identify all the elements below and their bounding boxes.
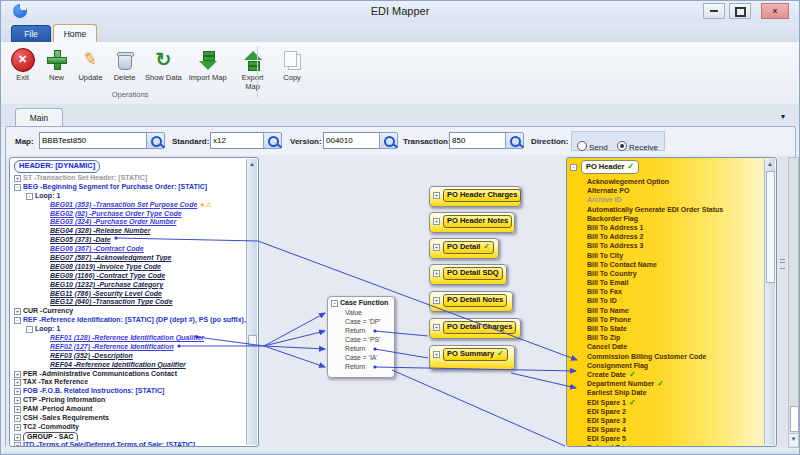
po-detail-notes-box[interactable]: +PO Detail Notes [429,291,513,312]
chevron-down-icon[interactable]: ▾ [781,112,785,121]
import-map-button[interactable]: Import Map [187,45,229,83]
tree-item[interactable]: BEG09 (1166) -Contract Type Code [10,272,258,281]
case-function-row[interactable]: Return [328,344,394,353]
tree-item[interactable]: +TAX -Tax Reference [10,378,258,387]
target-field-item[interactable]: Bill To Name [567,306,776,315]
expand-icon[interactable]: + [433,192,440,199]
target-field-item[interactable]: Backorder Flag [567,214,776,223]
tree-item[interactable]: REF01 (128) -Reference Identification Qu… [10,334,258,343]
collapse-icon[interactable]: - [14,317,21,324]
scrollbar-thumb[interactable] [790,406,799,432]
expand-icon[interactable]: + [14,397,21,404]
target-field-item[interactable]: Bill To Zip [567,333,776,342]
copy-button[interactable]: Copy [277,45,308,83]
delete-button[interactable]: Delete [109,45,140,83]
tree-item[interactable]: REF04 -Reference Identification Qualifie… [10,361,258,370]
target-field-item[interactable]: Bill To City [567,251,776,260]
tree-item[interactable]: +ITD -Terms of Sale/Deferred Terms of Sa… [10,441,258,447]
target-field-item[interactable]: EDI Spare 4 [567,425,776,434]
case-function-row[interactable]: Case = 'PS' [328,335,394,344]
case-function-row[interactable]: Value [328,308,394,317]
canvas-scrollbar[interactable]: ▼ [788,157,799,448]
po-header-notes-box[interactable]: +PO Header Notes [429,212,515,233]
tree-item[interactable]: +TC2 -Commodity [10,423,258,432]
tree-item[interactable]: -Loop: 1 [10,192,258,201]
target-field-item[interactable]: EDI Spare 3 [567,416,776,425]
tree-item[interactable]: REF03 (352) -Description [10,352,258,361]
target-field-item[interactable]: Automatically Generate EDI Order Status [567,205,776,214]
expand-icon[interactable]: + [433,270,440,277]
scroll-up-icon[interactable]: ▲ [247,160,257,169]
map-lookup-button[interactable] [146,132,165,149]
expand-icon[interactable]: + [433,244,440,251]
target-field-item[interactable]: EDI Spare 5 [567,434,776,443]
case-function-box[interactable]: -Case Function ValueCase = 'DP'ReturnCas… [327,296,395,378]
target-field-item[interactable]: EDI Spare 1✓ [567,398,776,407]
target-field-item[interactable]: Bill To Email [567,278,776,287]
exit-button[interactable]: ✕Exit [7,45,38,83]
tab-main[interactable]: Main [15,108,63,128]
target-field-item[interactable]: Bill To Country [567,269,776,278]
target-field-item[interactable]: Bill To Phone [567,315,776,324]
target-field-item[interactable]: Cancel Date [567,342,776,351]
expand-icon[interactable]: + [433,218,440,225]
expand-icon[interactable]: + [14,434,21,441]
target-field-item[interactable]: Bill To Address 1 [567,223,776,232]
target-field-item[interactable]: Earliest Ship Date [567,388,776,397]
target-field-item[interactable]: EDI Spare 2 [567,407,776,416]
tree-item[interactable]: BEG08 (1019) -Invoice Type Code [10,263,258,272]
po-summary-box[interactable]: +PO Summary✓ [429,345,515,370]
expand-icon[interactable]: + [14,406,21,413]
expand-icon[interactable]: + [14,388,21,395]
tree-item[interactable]: BEG07 (587) -Acknowledgment Type [10,254,258,263]
target-field-item[interactable]: Entered Currency [567,443,776,447]
target-tree-scrollbar[interactable]: ▲ [764,159,775,445]
po-detail-sdq-box[interactable]: +PO Detail SDQ [429,264,507,285]
standard-input[interactable] [210,132,266,149]
collapse-icon[interactable]: - [14,184,21,191]
target-field-item[interactable]: Bill To Address 3 [567,241,776,250]
transaction-lookup-button[interactable] [505,132,524,149]
collapse-icon[interactable]: - [331,300,338,307]
tab-home[interactable]: Home [53,24,97,44]
radio-send[interactable]: Send [577,136,608,154]
tree-item[interactable]: BEG12 (640) -Transaction Type Code [10,298,258,307]
tree-item[interactable]: BEG05 (373) -Date [10,236,258,245]
tree-item[interactable]: BEG11 (786) -Security Level Code [10,290,258,299]
version-lookup-button[interactable] [379,132,398,149]
target-field-item[interactable]: Create Date✓ [567,370,776,379]
minimize-button[interactable] [703,3,725,19]
splitter-gutter[interactable] [778,157,787,447]
tree-item[interactable]: +CSH -Sales Requirements [10,414,258,423]
target-field-item[interactable]: Alternate PO [567,186,776,195]
close-button[interactable]: x [761,3,789,19]
collapse-icon[interactable]: - [26,193,33,200]
tree-item[interactable]: BEG06 (367) -Contract Code [10,245,258,254]
scroll-down-icon[interactable]: ▼ [789,433,798,446]
tree-item[interactable]: BEG02 (92) -Purchase Order Type Code [10,210,258,219]
target-field-item[interactable]: Archive ID [567,195,776,204]
case-function-row[interactable]: Case = 'DP' [328,317,394,326]
map-input[interactable] [39,132,147,149]
expand-icon[interactable]: + [433,324,440,331]
expand-icon[interactable]: + [433,351,440,358]
standard-lookup-button[interactable] [263,132,282,149]
expand-icon[interactable]: + [14,379,21,386]
target-field-item[interactable]: Department Number✓ [567,379,776,388]
expand-icon[interactable]: + [14,371,21,378]
tree-item[interactable]: -Loop: 1 [10,325,258,334]
expand-icon[interactable]: + [433,297,440,304]
tree-item[interactable]: BEG10 (1232) -Purchase Category [10,281,258,290]
tree-item[interactable]: +ST -Transaction Set Header: [STATIC] [10,174,258,183]
target-field-item[interactable]: Bill To ID [567,296,776,305]
tree-item[interactable]: BEG03 (324) -Purchase Order Number [10,218,258,227]
target-field-item[interactable]: Bill To State [567,324,776,333]
maximize-button[interactable] [729,3,751,19]
collapse-icon[interactable]: - [26,326,33,333]
transaction-input[interactable] [449,132,508,149]
tree-item[interactable]: +CUR -Currency [10,307,258,316]
target-tree-header[interactable]: PO Header✓ [581,160,639,174]
tree-item[interactable]: +PAM -Period Amount [10,405,258,414]
case-function-row[interactable]: Return [328,326,394,335]
expand-icon[interactable]: + [14,442,21,447]
